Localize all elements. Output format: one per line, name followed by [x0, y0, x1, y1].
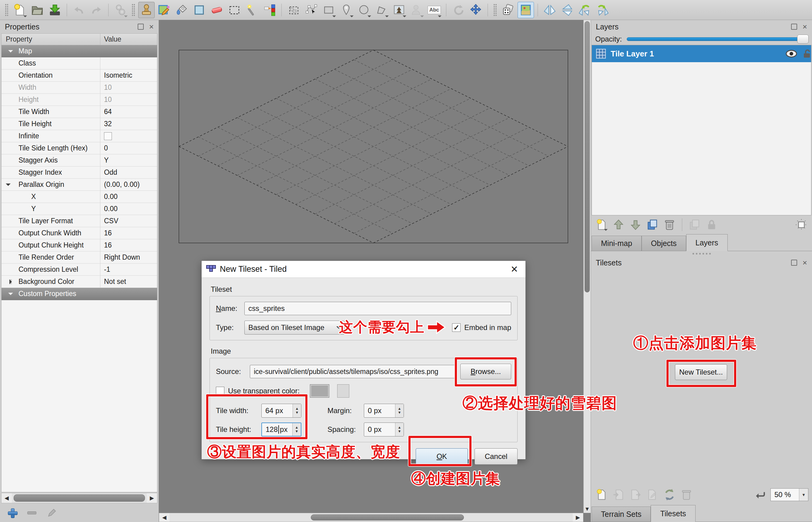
open-file-button[interactable]: [29, 2, 45, 18]
tab-tilesets[interactable]: Tilesets: [651, 505, 695, 522]
new-tileset-toolbar-button[interactable]: [595, 488, 608, 502]
select-objects-tool[interactable]: [285, 2, 302, 18]
terrain-brush-tool[interactable]: [156, 2, 172, 18]
tab-mini-map[interactable]: Mini-map: [591, 236, 642, 251]
embed-in-map-checkbox[interactable]: ✓: [452, 323, 461, 332]
map-mode-toggle[interactable]: [518, 2, 534, 18]
canvas-hscrollbar[interactable]: ◀ ▶: [159, 513, 583, 522]
insert-ellipse-tool[interactable]: [356, 2, 372, 18]
rect-select-tool[interactable]: [226, 2, 243, 18]
margin-spinbox[interactable]: 0 px▲▼: [364, 404, 404, 418]
insert-point-tool[interactable]: [338, 2, 354, 18]
property-group-custom-properties[interactable]: Custom Properties: [1, 288, 157, 300]
property-row-output-chunk-height[interactable]: Output Chunk Height16: [1, 239, 157, 252]
transparent-color-swatch[interactable]: [310, 384, 329, 398]
property-row-tile-height[interactable]: Tile Height32: [1, 118, 157, 130]
property-row-tile-layer-format[interactable]: Tile Layer FormatCSV: [1, 215, 157, 227]
use-transparent-color-checkbox[interactable]: [216, 387, 224, 395]
property-row-compression-level[interactable]: Compression Level-1: [1, 264, 157, 276]
layers-float-icon[interactable]: [791, 24, 797, 30]
property-row-class[interactable]: Class: [1, 57, 157, 69]
rotate-left-button[interactable]: [577, 2, 593, 18]
layer-visible-eye-icon[interactable]: [785, 49, 798, 58]
float-panel-icon[interactable]: [138, 24, 144, 30]
cancel-button[interactable]: Cancel: [475, 448, 518, 465]
dock-splitter-handle[interactable]: [591, 251, 812, 256]
insert-rectangle-tool[interactable]: [320, 2, 337, 18]
eraser-tool[interactable]: [209, 2, 225, 18]
zoom-dropdown-arrow[interactable]: ▼: [799, 489, 808, 501]
rotate-tool[interactable]: [450, 2, 466, 18]
bucket-fill-tool[interactable]: [173, 2, 190, 18]
canvas-scroll-left-arrow[interactable]: ◀: [159, 513, 169, 522]
property-row-stagger-axis[interactable]: Stagger AxisY: [1, 154, 157, 166]
tab-layers[interactable]: Layers: [686, 234, 728, 251]
layers-close-icon[interactable]: ×: [803, 24, 807, 30]
property-row-background-color[interactable]: Background ColorNot set: [1, 276, 157, 288]
insert-polygon-tool[interactable]: [373, 2, 390, 18]
add-property-button[interactable]: [8, 508, 17, 518]
lock-layer-button[interactable]: [705, 218, 719, 232]
remove-property-button[interactable]: [27, 511, 36, 515]
delete-layer-button[interactable]: [663, 218, 676, 232]
tileset-name-input[interactable]: css_sprites: [244, 302, 511, 315]
same-tile-select-tool[interactable]: [262, 2, 278, 18]
property-row-infinite[interactable]: Infinite: [1, 130, 157, 142]
rotate-right-button[interactable]: [594, 2, 611, 18]
scroll-right-arrow[interactable]: ▶: [147, 493, 157, 503]
embed-tileset-button[interactable]: [611, 488, 626, 502]
highlight-current-layer-button[interactable]: [794, 218, 808, 232]
property-row-parallax-x[interactable]: X0.00: [1, 191, 157, 203]
properties-hscrollbar[interactable]: ◀ ▶: [1, 493, 158, 503]
move-tool[interactable]: [467, 2, 484, 18]
property-row-parallax-origin[interactable]: Parallax Origin(0.00, 0.00): [1, 179, 157, 191]
canvas-scroll-right-arrow[interactable]: ▶: [573, 513, 583, 522]
execute-button[interactable]: [112, 2, 129, 18]
shape-fill-tool[interactable]: [191, 2, 207, 18]
zoom-select[interactable]: 50 % ▼: [770, 488, 808, 501]
tileset-type-select[interactable]: Based on Tileset Image: [244, 321, 345, 335]
insert-template-tool[interactable]: [409, 2, 425, 18]
edit-property-button[interactable]: [47, 508, 57, 518]
redo-button[interactable]: [88, 2, 105, 18]
flip-vertical-button[interactable]: [559, 2, 576, 18]
property-row-stagger-index[interactable]: Stagger IndexOdd: [1, 166, 157, 179]
insert-text-tool[interactable]: Abc: [426, 2, 442, 18]
layer-lock-icon[interactable]: [802, 48, 811, 59]
reload-tileset-button[interactable]: [663, 488, 676, 502]
opacity-slider[interactable]: [627, 37, 808, 41]
tilesets-close-icon[interactable]: ×: [803, 260, 807, 266]
property-row-orientation[interactable]: OrientationIsometric: [1, 69, 157, 82]
dialog-close-button[interactable]: ✕: [507, 264, 521, 275]
property-row-tile-render-order[interactable]: Tile Render OrderRight Down: [1, 252, 157, 264]
opacity-slider-handle[interactable]: [797, 35, 809, 44]
property-group-map[interactable]: Map: [1, 45, 157, 57]
flip-horizontal-button[interactable]: [542, 2, 558, 18]
insert-tile-tool[interactable]: [391, 2, 407, 18]
save-button[interactable]: [47, 2, 63, 18]
new-file-button[interactable]: [12, 2, 28, 18]
source-input[interactable]: ice-survival/client/public/assets/tilema…: [250, 365, 455, 378]
property-row-output-chunk-width[interactable]: Output Chunk Width16: [1, 227, 157, 239]
toolbar-grip-2[interactable]: [131, 4, 135, 16]
canvas-vscrollbar[interactable]: ▼: [583, 20, 591, 513]
property-row-parallax-y[interactable]: Y0.00: [1, 203, 157, 215]
delete-tileset-button[interactable]: [680, 488, 693, 502]
duplicate-disabled-button[interactable]: [688, 218, 702, 232]
toolbar-grip-3[interactable]: [493, 4, 497, 16]
duplicate-layer-button[interactable]: [646, 218, 660, 232]
tilesets-float-icon[interactable]: [791, 260, 797, 266]
new-layer-button[interactable]: [595, 218, 608, 232]
color-picker-button[interactable]: [337, 384, 349, 398]
toolbar-grip[interactable]: [5, 4, 8, 16]
edit-tileset-button[interactable]: [646, 488, 660, 502]
edit-polygons-tool[interactable]: [303, 2, 319, 18]
undo-button[interactable]: [71, 2, 87, 18]
export-tileset-button[interactable]: [628, 488, 643, 502]
raise-layer-button[interactable]: [611, 218, 626, 232]
magic-wand-tool[interactable]: [244, 2, 260, 18]
infinite-checkbox[interactable]: [104, 132, 112, 140]
scroll-left-arrow[interactable]: ◀: [1, 493, 12, 503]
lower-layer-button[interactable]: [628, 218, 643, 232]
close-panel-icon[interactable]: ×: [149, 24, 154, 30]
